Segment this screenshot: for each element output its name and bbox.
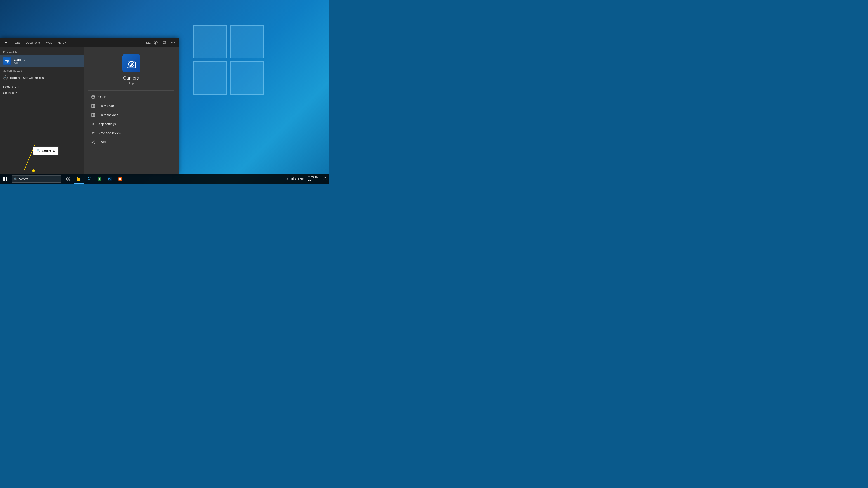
file-explorer-button[interactable]: [74, 174, 84, 184]
clock-date: 3/11/2021: [308, 179, 319, 182]
svg-rect-23: [93, 113, 95, 115]
tab-apps[interactable]: Apps: [11, 38, 23, 47]
svg-rect-48: [293, 177, 293, 180]
app-settings-icon: [91, 122, 96, 127]
callout-search-icon: 🔍: [36, 149, 40, 153]
pin-start-label: Pin to Start: [98, 104, 114, 108]
svg-rect-1: [155, 42, 156, 43]
desktop: All Apps Documents Web More ▾ 822: [0, 0, 329, 184]
taskbar-icons: X Ps: [63, 174, 125, 184]
svg-rect-41: [119, 178, 120, 179]
web-search-text: camera - See web results: [10, 76, 44, 79]
svg-point-9: [7, 61, 7, 61]
microphone-icon[interactable]: [152, 39, 159, 46]
rate-review-label: Rate and review: [98, 131, 121, 135]
volume-icon[interactable]: [300, 174, 305, 184]
sys-icons: ∧: [284, 173, 305, 184]
svg-rect-25: [93, 115, 95, 117]
windows-logo-icon: [3, 177, 7, 181]
svg-rect-18: [92, 104, 93, 106]
svg-rect-20: [92, 106, 93, 107]
svg-rect-45: [291, 178, 291, 180]
taskbar-search-input[interactable]: [19, 177, 57, 181]
svg-rect-43: [119, 179, 120, 180]
pin-taskbar-label: Pin to taskbar: [98, 113, 118, 117]
svg-rect-44: [121, 179, 121, 180]
folders-label: Folders (2+): [3, 85, 19, 88]
text-cursor: [55, 149, 55, 153]
windows-logo-desktop: [193, 25, 266, 97]
taskbar-right: ∧: [284, 173, 329, 184]
tab-web[interactable]: Web: [43, 38, 55, 47]
pin-taskbar-icon: [91, 112, 96, 118]
taskbar: 🔍: [0, 173, 329, 184]
clock-time: 11:24 AM: [308, 175, 318, 179]
task-view-button[interactable]: [63, 174, 73, 184]
tab-right-icons: 822: [146, 39, 176, 46]
svg-text:X: X: [98, 178, 100, 180]
network-icon[interactable]: [289, 174, 294, 184]
search-callout: 🔍 camera: [33, 146, 59, 155]
pin-to-taskbar-action[interactable]: Pin to taskbar: [88, 110, 174, 120]
svg-rect-24: [92, 115, 93, 117]
svg-point-26: [93, 124, 94, 125]
photoshop-button[interactable]: Ps: [105, 174, 115, 184]
svg-rect-47: [292, 177, 293, 180]
divider: [88, 90, 174, 91]
tab-all[interactable]: All: [2, 38, 11, 47]
settings-label: Settings (5): [3, 91, 18, 94]
app-settings-action[interactable]: App settings: [88, 120, 174, 129]
svg-point-27: [94, 140, 95, 141]
taskbar-clock[interactable]: 11:24 AM 3/11/2021: [305, 173, 321, 184]
settings-item[interactable]: Settings (5): [0, 90, 84, 96]
orange-app-button[interactable]: [115, 174, 125, 184]
app-preview-type: App: [129, 82, 134, 85]
rate-review-icon: [91, 131, 96, 135]
result-count: 822: [146, 41, 151, 44]
svg-point-5: [174, 42, 175, 43]
best-match-label: Best match: [0, 51, 84, 55]
open-label: Open: [98, 95, 106, 99]
chevron-up-icon[interactable]: ∧: [285, 174, 289, 184]
svg-point-4: [173, 42, 174, 43]
camera-app-icon: [3, 57, 11, 65]
svg-rect-42: [121, 178, 121, 179]
svg-point-28: [92, 142, 92, 142]
svg-rect-21: [93, 106, 95, 107]
excel-button[interactable]: X: [94, 174, 104, 184]
more-options-icon[interactable]: [169, 39, 176, 46]
svg-rect-22: [92, 113, 93, 115]
taskbar-search[interactable]: 🔍: [12, 175, 61, 183]
share-action[interactable]: Share: [88, 138, 174, 147]
svg-point-32: [68, 178, 69, 180]
tab-documents[interactable]: Documents: [23, 38, 43, 47]
app-preview-icon: [122, 54, 141, 72]
web-search-chevron-icon: ›: [80, 76, 81, 79]
share-icon: [91, 140, 96, 144]
svg-rect-46: [291, 178, 292, 180]
camera-result-item[interactable]: Camera App: [0, 55, 84, 67]
svg-point-29: [94, 143, 95, 144]
tab-more[interactable]: More ▾: [55, 38, 69, 47]
app-preview-name: Camera: [123, 75, 139, 80]
pin-start-icon: [91, 103, 96, 108]
folders-item[interactable]: Folders (2+): [0, 84, 84, 90]
app-settings-label: App settings: [98, 122, 116, 126]
rate-review-action[interactable]: Rate and review: [88, 129, 174, 138]
feedback-icon[interactable]: [161, 39, 168, 46]
pin-to-start-action[interactable]: Pin to Start: [88, 101, 174, 110]
start-button[interactable]: [0, 173, 11, 184]
svg-rect-35: [77, 177, 79, 178]
search-panel: All Apps Documents Web More ▾ 822: [0, 38, 179, 173]
web-search-item[interactable]: 🔍 camera - See web results ›: [0, 74, 84, 82]
open-icon: [91, 94, 96, 99]
browser-button[interactable]: [84, 174, 94, 184]
notification-button[interactable]: [321, 174, 329, 184]
share-label: Share: [98, 140, 107, 144]
open-action[interactable]: Open: [88, 92, 174, 101]
yellow-dot-indicator: [32, 169, 35, 172]
svg-rect-19: [93, 104, 95, 106]
svg-point-3: [171, 42, 172, 43]
callout-text: camera: [42, 149, 55, 153]
cloud-icon[interactable]: [294, 174, 300, 184]
